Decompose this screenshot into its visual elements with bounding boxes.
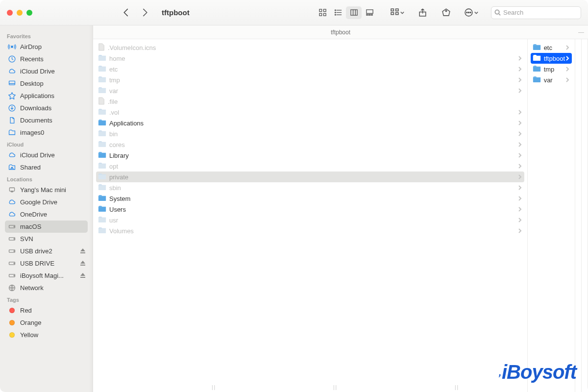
file-name: etc	[109, 66, 517, 73]
sidebar-item-iboysoft-magi-[interactable]: iBoysoft Magi...	[5, 270, 88, 282]
file-row[interactable]: home	[96, 53, 524, 64]
sidebar-item-usb-drive2[interactable]: USB drive2	[5, 245, 88, 257]
file-row[interactable]: Volumes	[96, 225, 524, 236]
sidebar-item-downloads[interactable]: Downloads	[5, 102, 88, 114]
file-row[interactable]: System	[96, 193, 524, 204]
folder-icon	[8, 128, 16, 137]
sidebar-item-red[interactable]: Red	[5, 304, 88, 317]
sidebar-item-shared[interactable]: Shared	[5, 161, 88, 173]
sidebar-item-label: SVN	[20, 235, 33, 243]
file-row[interactable]: tmp	[96, 74, 524, 85]
sidebar-item-macos[interactable]: macOS	[5, 220, 88, 233]
sidebar-item-google-drive[interactable]: Google Drive	[5, 196, 88, 208]
icon-view-button[interactable]	[315, 6, 330, 19]
file-name: cores	[109, 141, 517, 148]
svg-rect-2	[319, 13, 321, 16]
folder-icon	[98, 119, 106, 127]
share-button[interactable]	[417, 7, 428, 18]
folder-icon	[98, 87, 106, 95]
close-window-button[interactable]	[7, 10, 13, 16]
airdrop-icon	[8, 43, 16, 51]
chevron-right-icon	[517, 66, 522, 73]
folder-icon	[533, 54, 541, 63]
svg-rect-49	[98, 67, 106, 71]
search-field[interactable]: Search	[491, 6, 581, 19]
chevron-right-icon	[517, 55, 522, 62]
file-row[interactable]: opt	[96, 161, 524, 172]
file-row[interactable]: var	[96, 85, 524, 96]
gallery-view-button[interactable]	[362, 6, 377, 19]
eject-icon[interactable]	[80, 260, 86, 268]
disk-icon	[8, 222, 16, 231]
folder-icon	[98, 227, 106, 235]
sidebar-item-label: Downloads	[20, 104, 51, 112]
zoom-window-button[interactable]	[26, 10, 32, 16]
column-resize-handle[interactable]: ||	[455, 385, 459, 390]
chevron-right-icon	[565, 55, 570, 62]
file-row[interactable]: var	[531, 74, 572, 85]
list-view-button[interactable]	[330, 6, 346, 19]
sidebar-item-label: Google Drive	[20, 198, 57, 206]
back-button[interactable]	[121, 7, 131, 18]
sidebar-item-label: AirDrop	[20, 43, 42, 50]
folder-icon	[533, 65, 541, 74]
folder-icon	[98, 130, 106, 138]
file-row[interactable]: .VolumeIcon.icns	[96, 42, 524, 53]
file-row[interactable]: etc	[531, 42, 572, 53]
sidebar-section-label: Tags	[7, 297, 86, 303]
svg-rect-53	[98, 121, 106, 125]
tags-button[interactable]	[441, 7, 451, 18]
forward-button[interactable]	[139, 7, 150, 18]
minimize-window-button[interactable]	[17, 10, 23, 16]
sidebar-item-documents[interactable]: Documents	[5, 114, 88, 126]
sidebar-item-network[interactable]: Network	[5, 282, 88, 294]
sidebar-item-applications[interactable]: Applications	[5, 90, 88, 102]
sidebar-item-yellow[interactable]: Yellow	[5, 329, 88, 341]
file-row[interactable]: Users	[96, 204, 524, 215]
file-row[interactable]: tmp	[531, 64, 572, 74]
sidebar-item-images0[interactable]: images0	[5, 126, 88, 139]
eject-icon[interactable]	[80, 272, 86, 280]
file-row[interactable]: private	[96, 172, 524, 182]
file-row[interactable]: .vol	[96, 107, 524, 118]
svg-rect-52	[98, 110, 106, 114]
sidebar-section-label: iCloud	[7, 142, 86, 147]
browser-column: etctftpboottmpvar	[528, 39, 575, 392]
action-button[interactable]	[464, 7, 478, 18]
sidebar-item-usb-drive[interactable]: USB DRIVE	[5, 257, 88, 270]
file-row[interactable]: etc	[96, 64, 524, 74]
file-row[interactable]: sbin	[96, 182, 524, 193]
sidebar-item-icloud-drive[interactable]: iCloud Drive	[5, 65, 88, 77]
sidebar-item-orange[interactable]: Orange	[5, 317, 88, 329]
file-row[interactable]: .file	[96, 96, 524, 107]
column-view-button[interactable]	[346, 6, 362, 19]
file-name: var	[544, 76, 565, 84]
sidebar-item-svn[interactable]: SVN	[5, 233, 88, 245]
file-row[interactable]: cores	[96, 139, 524, 150]
file-name: Users	[109, 206, 517, 213]
file-row[interactable]: usr	[96, 215, 524, 225]
eject-icon[interactable]	[80, 248, 86, 255]
column-resize-handle[interactable]: ||	[333, 385, 338, 390]
file-name: tmp	[109, 76, 517, 84]
sidebar-item-onedrive[interactable]: OneDrive	[5, 208, 88, 220]
sidebar-item-recents[interactable]: Recents	[5, 53, 88, 65]
browser-column	[575, 39, 582, 392]
file-row[interactable]: Library	[96, 150, 524, 161]
svg-point-29	[11, 46, 13, 48]
group-button[interactable]	[390, 7, 404, 18]
sidebar-item-desktop[interactable]: Desktop	[5, 77, 88, 90]
sidebar-item-label: iCloud Drive	[20, 68, 55, 75]
file-name: home	[109, 55, 517, 62]
chevron-right-icon	[517, 206, 522, 213]
file-name: var	[109, 87, 517, 95]
sidebar-item-icloud-drive[interactable]: iCloud Drive	[5, 149, 88, 161]
sidebar-item-yang-s-mac-mini[interactable]: Yang's Mac mini	[5, 184, 88, 196]
svg-point-38	[14, 226, 14, 227]
column-resize-handle[interactable]: ||	[212, 385, 216, 390]
file-row[interactable]: tftpboot	[531, 53, 572, 64]
file-row[interactable]: Applications	[96, 118, 524, 128]
sidebar-item-airdrop[interactable]: AirDrop	[5, 41, 88, 53]
svg-point-22	[445, 10, 447, 12]
file-row[interactable]: bin	[96, 128, 524, 139]
